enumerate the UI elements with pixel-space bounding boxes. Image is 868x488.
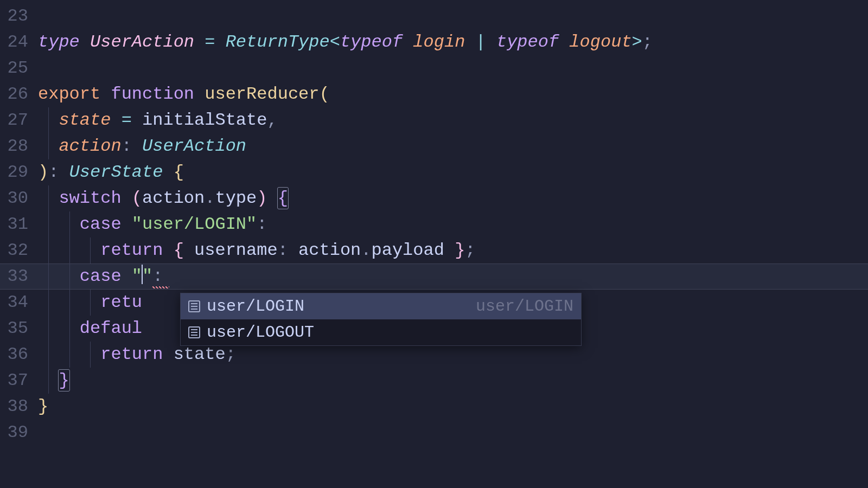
line-number: 32	[0, 237, 28, 264]
keyword-type: type	[38, 32, 80, 52]
code-line[interactable]	[38, 55, 868, 81]
code-line[interactable]: }	[38, 368, 868, 394]
code-line[interactable]: case "user/LOGIN":	[38, 211, 868, 237]
line-number: 33	[0, 264, 28, 290]
code-area[interactable]: type UserAction = ReturnType<typeof logi…	[38, 3, 868, 488]
ident-initialstate: initialState	[142, 110, 267, 130]
param-action: action	[59, 136, 121, 156]
brace-open: {	[278, 188, 288, 209]
keyword-return-partial: retu	[100, 292, 142, 312]
ident-state: state	[174, 344, 226, 364]
line-number: 26	[0, 81, 28, 107]
keyword-switch: switch	[59, 188, 121, 208]
line-number: 35	[0, 316, 28, 342]
line-number: 37	[0, 368, 28, 394]
autocomplete-detail: user/LOGIN	[443, 293, 573, 319]
line-number: 23	[0, 3, 28, 29]
line-number: 24	[0, 29, 28, 55]
code-editor[interactable]: 2324252627282930313233343536373839 type …	[0, 0, 868, 488]
keyword-export: export	[38, 84, 100, 104]
brace-close: }	[59, 370, 69, 391]
enum-member-icon	[188, 300, 200, 312]
keyword-return: return	[100, 240, 163, 260]
error-squiggle	[152, 286, 169, 288]
code-line[interactable]: return { username: action.payload };	[38, 237, 868, 264]
code-line[interactable]: action: UserAction	[38, 133, 868, 159]
autocomplete-label: user/LOGOUT	[207, 319, 573, 345]
ident-logout: logout	[569, 32, 631, 52]
code-line[interactable]: switch (action.type) {	[38, 185, 868, 211]
keyword-typeof: typeof	[496, 32, 559, 52]
code-line[interactable]: state = initialState,	[38, 107, 868, 133]
enum-member-icon	[188, 326, 200, 338]
keyword-case: case	[80, 266, 122, 286]
string-literal: "user/LOGIN"	[132, 214, 257, 234]
line-number: 36	[0, 342, 28, 368]
line-number-gutter: 2324252627282930313233343536373839	[0, 3, 38, 488]
param-state: state	[59, 110, 111, 130]
type-userstate: UserState	[69, 162, 163, 182]
autocomplete-popup[interactable]: user/LOGINuser/LOGINuser/LOGOUT	[180, 293, 582, 346]
code-line[interactable]: case "":	[38, 264, 868, 290]
line-number: 25	[0, 55, 28, 81]
keyword-function: function	[111, 84, 194, 104]
line-number: 31	[0, 211, 28, 237]
keyword-case: case	[80, 214, 122, 234]
autocomplete-item[interactable]: user/LOGOUT	[181, 319, 581, 345]
keyword-return: return	[100, 344, 163, 364]
line-number: 38	[0, 394, 28, 420]
code-line[interactable]: ): UserState {	[38, 159, 868, 185]
ident-login: login	[413, 32, 465, 52]
autocomplete-label: user/LOGIN	[207, 293, 437, 319]
function-name: userReducer	[205, 84, 319, 104]
line-number: 28	[0, 133, 28, 159]
code-line[interactable]: export function userReducer(	[38, 81, 868, 107]
type-name: UserAction	[90, 32, 194, 52]
code-line[interactable]: type UserAction = ReturnType<typeof logi…	[38, 29, 868, 55]
code-line[interactable]	[38, 3, 868, 29]
line-number: 27	[0, 107, 28, 133]
line-number: 39	[0, 420, 28, 446]
line-number: 29	[0, 159, 28, 185]
code-line[interactable]: }	[38, 394, 868, 420]
type-returntype: ReturnType	[226, 32, 330, 52]
keyword-typeof: typeof	[340, 32, 403, 52]
line-number: 30	[0, 185, 28, 211]
code-line[interactable]	[38, 420, 868, 446]
keyword-default-partial: defaul	[80, 318, 142, 338]
line-number: 34	[0, 290, 28, 316]
type-useraction: UserAction	[142, 136, 246, 156]
autocomplete-item[interactable]: user/LOGINuser/LOGIN	[181, 293, 581, 319]
